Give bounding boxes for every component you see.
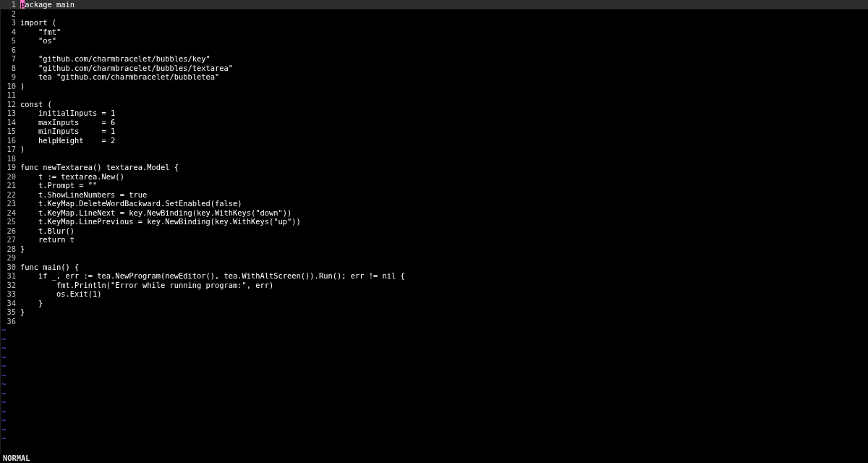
line-number: 7	[0, 54, 20, 64]
code-line[interactable]: 23 t.KeyMap.DeleteWordBackward.SetEnable…	[0, 199, 868, 208]
code-text: "fmt"	[20, 27, 868, 37]
code-line[interactable]: 36	[0, 317, 868, 326]
empty-line: ~	[0, 398, 868, 407]
code-line[interactable]: 1package main	[0, 0, 868, 9]
line-number: 14	[0, 118, 20, 127]
code-line[interactable]: 24 t.KeyMap.LineNext = key.NewBinding(ke…	[0, 208, 868, 218]
code-text: os.Exit(1)	[20, 289, 868, 299]
line-number: 12	[0, 100, 20, 109]
code-text: func newTextarea() textarea.Model {	[20, 163, 868, 172]
code-line[interactable]: 33 os.Exit(1)	[0, 289, 868, 299]
tilde-marker: ~	[0, 389, 6, 399]
code-line[interactable]: 25 t.KeyMap.LinePrevious = key.NewBindin…	[0, 217, 868, 226]
tilde-marker: ~	[0, 362, 6, 371]
code-line[interactable]: 4 "fmt"	[0, 27, 868, 37]
code-text: )	[20, 145, 868, 154]
tilde-marker: ~	[0, 344, 6, 353]
code-text: helpHeight = 2	[20, 136, 868, 145]
code-text: import (	[20, 18, 868, 27]
code-line[interactable]: 28}	[0, 245, 868, 254]
line-number: 30	[0, 263, 20, 272]
code-line[interactable]: 26 t.Blur()	[0, 226, 868, 236]
empty-line: ~	[0, 362, 868, 371]
code-line[interactable]: 11	[0, 90, 868, 100]
code-area[interactable]: 1package main23import (4 "fmt"5 "os"67 "…	[0, 0, 868, 453]
empty-line: ~	[0, 425, 868, 435]
line-number: 5	[0, 36, 20, 46]
code-text: )	[20, 82, 868, 91]
line-number: 33	[0, 289, 20, 299]
code-line[interactable]: 15 minInputs = 1	[0, 127, 868, 136]
code-text: "github.com/charmbracelet/bubbles/key"	[20, 54, 868, 64]
line-number: 9	[0, 72, 20, 82]
line-number: 22	[0, 190, 20, 200]
code-line[interactable]: 34 }	[0, 299, 868, 308]
line-number: 8	[0, 64, 20, 73]
tilde-marker: ~	[0, 416, 6, 425]
line-number: 24	[0, 208, 20, 218]
line-number: 26	[0, 226, 20, 236]
code-line[interactable]: 22 t.ShowLineNumbers = true	[0, 190, 868, 200]
code-text: }	[20, 307, 868, 317]
empty-line: ~	[0, 407, 868, 417]
code-line[interactable]: 2	[0, 9, 868, 19]
code-text: initialInputs = 1	[20, 109, 868, 118]
line-number: 10	[0, 82, 20, 91]
code-line[interactable]: 12const (	[0, 100, 868, 109]
code-text: t.KeyMap.DeleteWordBackward.SetEnabled(f…	[20, 199, 868, 208]
code-line[interactable]: 21 t.Prompt = ""	[0, 181, 868, 190]
tilde-marker: ~	[0, 434, 6, 443]
code-line[interactable]: 32 fmt.Println("Error while running prog…	[0, 281, 868, 290]
code-line[interactable]: 16 helpHeight = 2	[0, 136, 868, 145]
line-number: 17	[0, 145, 20, 154]
code-line[interactable]: 19func newTextarea() textarea.Model {	[0, 163, 868, 172]
code-text	[20, 9, 868, 19]
line-number: 16	[0, 136, 20, 145]
empty-line: ~	[0, 353, 868, 362]
code-line[interactable]: 35}	[0, 307, 868, 317]
code-line[interactable]: 3import (	[0, 18, 868, 27]
code-line[interactable]: 14 maxInputs = 6	[0, 118, 868, 127]
editor-window[interactable]: 1package main23import (4 "fmt"5 "os"67 "…	[0, 0, 868, 463]
mode-indicator: NORMAL	[3, 454, 30, 462]
code-line[interactable]: 30func main() {	[0, 263, 868, 272]
code-text: fmt.Println("Error while running program…	[20, 281, 868, 290]
code-text: tea "github.com/charmbracelet/bubbletea"	[20, 72, 868, 82]
line-number: 2	[0, 9, 20, 19]
tilde-marker: ~	[0, 353, 6, 362]
code-line[interactable]: 29	[0, 253, 868, 263]
line-number: 11	[0, 90, 20, 100]
code-line[interactable]: 10)	[0, 82, 868, 91]
code-text: t.Prompt = ""	[20, 181, 868, 190]
code-line[interactable]: 31 if _, err := tea.NewProgram(newEditor…	[0, 271, 868, 281]
code-line[interactable]: 13 initialInputs = 1	[0, 109, 868, 118]
code-line[interactable]: 7 "github.com/charmbracelet/bubbles/key"	[0, 54, 868, 64]
code-line[interactable]: 5 "os"	[0, 36, 868, 46]
code-text: func main() {	[20, 263, 868, 272]
line-number: 27	[0, 235, 20, 245]
code-text	[20, 253, 868, 263]
code-text	[20, 90, 868, 100]
status-bar: NORMAL	[0, 453, 868, 463]
code-line[interactable]: 17)	[0, 145, 868, 154]
code-text: t.Blur()	[20, 226, 868, 236]
code-line[interactable]: 9 tea "github.com/charmbracelet/bubblete…	[0, 72, 868, 82]
tilde-marker: ~	[0, 407, 6, 417]
empty-line: ~	[0, 434, 868, 443]
line-number: 28	[0, 245, 20, 254]
code-line[interactable]: 20 t := textarea.New()	[0, 172, 868, 182]
line-number: 15	[0, 127, 20, 136]
code-text: package main	[20, 0, 868, 9]
code-line[interactable]: 8 "github.com/charmbracelet/bubbles/text…	[0, 64, 868, 73]
empty-line: ~	[0, 335, 868, 344]
code-text: const (	[20, 100, 868, 109]
empty-line: ~	[0, 326, 868, 335]
code-text: maxInputs = 6	[20, 118, 868, 127]
cursor: p	[20, 0, 25, 9]
code-text: }	[20, 299, 868, 308]
line-number: 19	[0, 163, 20, 172]
code-line[interactable]: 18	[0, 154, 868, 163]
code-line[interactable]: 6	[0, 46, 868, 55]
code-line[interactable]: 27 return t	[0, 235, 868, 245]
code-text: minInputs = 1	[20, 127, 868, 136]
